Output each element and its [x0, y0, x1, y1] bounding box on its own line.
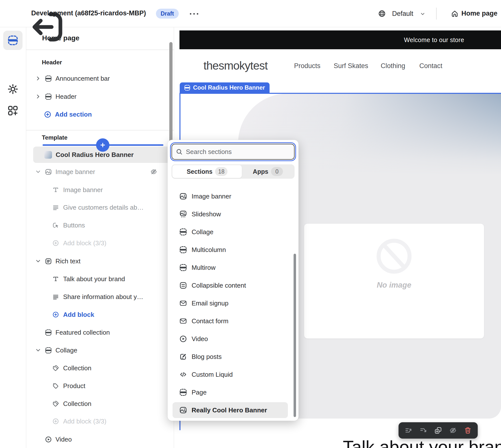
popup-item-collage[interactable]: Collage: [168, 223, 294, 241]
panel-row-rich-text-heading[interactable]: Talk about your brand: [26, 270, 174, 288]
tab-apps[interactable]: Apps 0: [242, 165, 294, 178]
eye-slash-icon[interactable]: [150, 168, 157, 175]
chevron-down-icon[interactable]: [35, 169, 41, 175]
theme-title: Development (a68f25-ricardos-MBP): [31, 9, 146, 17]
row-label: Product: [63, 382, 85, 390]
row-label: Rich text: [55, 257, 80, 265]
add-block-button[interactable]: Add block: [26, 306, 174, 324]
popup-item-multicolumn[interactable]: Multicolumn: [168, 241, 294, 259]
panel-row-featured-collection[interactable]: Featured collection: [26, 324, 174, 341]
plus-circle-icon: [52, 418, 59, 424]
top-bar: Development (a68f25-ricardos-MBP) Draft …: [0, 0, 501, 27]
panel-row-collage[interactable]: Collage: [26, 341, 174, 359]
popup-scrollbar[interactable]: [294, 254, 296, 417]
button-cursor-icon: [52, 222, 59, 228]
popup-item-image-banner[interactable]: Image banner: [168, 187, 294, 205]
text-icon: [52, 187, 59, 193]
globe-icon: [378, 10, 386, 17]
play-icon: [45, 436, 52, 443]
plus-circle-icon: [44, 111, 51, 118]
chevron-right-icon[interactable]: [35, 94, 41, 100]
panel-row-image-banner-buttons[interactable]: Buttons: [26, 216, 174, 234]
nav-link-clothing[interactable]: Clothing: [381, 62, 405, 70]
tab-apps-label: Apps: [253, 168, 268, 175]
panel-row-collage-collection-1[interactable]: Collection: [26, 359, 174, 377]
status-badge: Draft: [156, 9, 179, 19]
gear-icon: [7, 84, 18, 95]
insert-section-plus-button[interactable]: [96, 138, 109, 152]
popup-item-video[interactable]: Video: [168, 330, 294, 348]
move-up-icon[interactable]: [405, 427, 412, 434]
popup-item-collapsible-content[interactable]: Collapsible content: [168, 276, 294, 294]
page-selector[interactable]: Home page: [461, 10, 498, 17]
panel-row-image-banner[interactable]: Image banner: [26, 163, 174, 181]
mail-icon: [179, 317, 187, 325]
home-icon: [451, 10, 458, 17]
app-embeds-button[interactable]: [3, 101, 23, 120]
move-down-icon[interactable]: [420, 427, 427, 434]
exit-editor-button[interactable]: [10, 8, 20, 19]
row-label: Cool Radius Hero Banner: [56, 151, 134, 159]
theme-settings-button[interactable]: [3, 79, 23, 99]
hide-icon[interactable]: [449, 427, 457, 434]
section-icon: [179, 246, 187, 253]
popup-item-email-signup[interactable]: Email signup: [168, 294, 294, 312]
tag-icon: [52, 383, 59, 389]
rich-text-icon: [45, 258, 52, 265]
row-label: Collage: [55, 347, 77, 354]
item-label: Email signup: [192, 299, 228, 307]
nav-link-contact[interactable]: Contact: [419, 62, 442, 70]
row-label: Video: [55, 436, 72, 443]
popup-item-contact-form[interactable]: Contact form: [168, 312, 294, 330]
text-icon: [52, 276, 59, 282]
add-section-button[interactable]: Add section: [26, 105, 174, 123]
nav-link-surf-skates[interactable]: Surf Skates: [334, 62, 368, 70]
chevron-right-icon[interactable]: [35, 75, 41, 81]
section-icon: [45, 329, 52, 336]
panel-row-header[interactable]: Header: [26, 88, 174, 105]
no-image-icon: [376, 238, 413, 275]
popup-item-page[interactable]: Page: [168, 383, 294, 401]
selected-section-tag[interactable]: Cool Radius Hero Banner: [180, 82, 270, 93]
search-sections-input[interactable]: [186, 148, 290, 156]
popup-item-custom-liquid[interactable]: Custom Liquid: [168, 366, 294, 383]
popup-item-really-cool-hero-banner[interactable]: Really Cool Hero Banner: [168, 401, 294, 419]
panel-row-image-banner-text[interactable]: Give customers details about t…: [26, 199, 174, 216]
row-label: Give customers details about t…: [63, 204, 145, 211]
panel-row-rich-text-text[interactable]: Share information about your …: [26, 288, 174, 306]
panel-row-video[interactable]: Video: [26, 430, 174, 448]
more-actions-button[interactable]: [189, 9, 200, 18]
add-section-label: Add section: [55, 111, 92, 118]
section-icon: [179, 389, 187, 396]
panel-row-collage-product[interactable]: Product: [26, 377, 174, 395]
panel-row-announcement-bar[interactable]: Announcement bar: [26, 70, 174, 87]
left-icon-rail: [0, 27, 26, 448]
chevron-down-icon[interactable]: [35, 347, 41, 353]
panel-row-rich-text[interactable]: Rich text: [26, 252, 174, 270]
delete-icon[interactable]: [464, 427, 472, 434]
popup-item-multirow[interactable]: Multirow: [168, 259, 294, 276]
topbar-divider: [436, 8, 437, 20]
item-label: Page: [192, 389, 207, 396]
popup-tabs: Sections 18 Apps 0: [172, 164, 295, 179]
store-logo[interactable]: thesmokytest: [203, 59, 268, 72]
popup-item-blog-posts[interactable]: Blog posts: [168, 348, 294, 366]
duplicate-icon[interactable]: [434, 427, 442, 434]
tab-sections[interactable]: Sections 18: [172, 165, 242, 178]
panel-row-image-banner-heading[interactable]: Image banner: [26, 181, 174, 199]
dot: [193, 13, 195, 15]
tab-sections-label: Sections: [187, 168, 212, 175]
row-label: Add block: [63, 311, 94, 319]
slideshow-icon: [179, 210, 187, 218]
item-label: Really Cool Hero Banner: [192, 406, 267, 414]
section-icon: [184, 85, 190, 91]
chevron-down-icon[interactable]: [35, 258, 41, 264]
chevron-down-icon[interactable]: [420, 11, 425, 17]
collapsible-icon: [179, 282, 187, 289]
locale-selector[interactable]: Default: [392, 10, 413, 18]
row-label: Add block (3/3): [63, 418, 106, 425]
panel-row-collage-collection-2[interactable]: Collection: [26, 395, 174, 413]
popup-item-slideshow[interactable]: Slideshow: [168, 205, 294, 223]
item-label: Multicolumn: [192, 246, 226, 254]
nav-link-products[interactable]: Products: [294, 62, 321, 70]
